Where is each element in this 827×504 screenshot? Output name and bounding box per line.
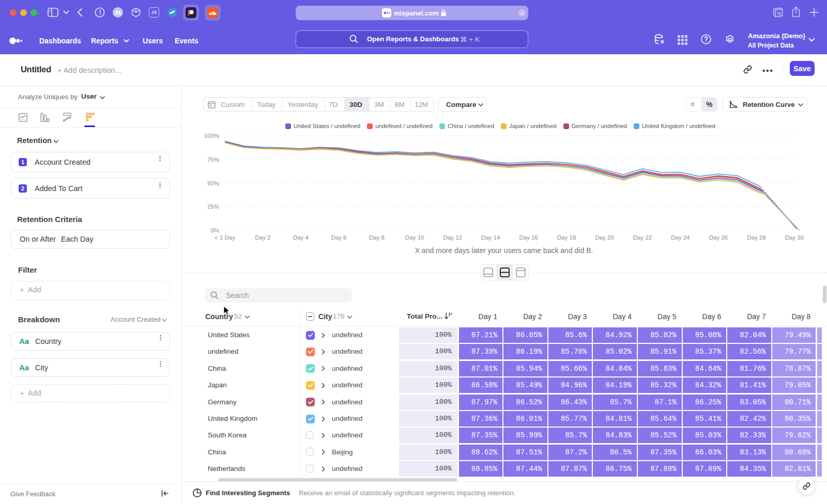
svg-text:Day 30: Day 30 (785, 234, 804, 241)
svg-text:Day 6: Day 6 (331, 234, 346, 241)
svg-text:75%: 75% (207, 156, 219, 163)
svg-text:Day 20: Day 20 (595, 234, 614, 241)
svg-text:N: N (777, 11, 781, 17)
svg-text:Day 28: Day 28 (747, 234, 765, 241)
svg-text:50%: 50% (207, 180, 219, 186)
svg-text:Day 22: Day 22 (633, 234, 652, 241)
svg-text:< 1 Day: < 1 Day (215, 234, 235, 241)
svg-text:Day 16: Day 16 (519, 234, 538, 241)
svg-text:0%: 0% (210, 227, 219, 233)
svg-text:Day 14: Day 14 (481, 234, 500, 241)
svg-text:Day 18: Day 18 (557, 234, 576, 241)
svg-text:Day 8: Day 8 (369, 234, 385, 241)
svg-text:Day 10: Day 10 (405, 234, 424, 241)
svg-text:Day 12: Day 12 (443, 234, 462, 241)
svg-text:25%: 25% (207, 203, 219, 210)
svg-text:100%: 100% (204, 133, 219, 139)
svg-text:Day 24: Day 24 (671, 234, 690, 241)
svg-text:Day 2: Day 2 (255, 234, 270, 241)
svg-text:Day 4: Day 4 (293, 234, 309, 241)
svg-text:Day 26: Day 26 (709, 234, 728, 241)
